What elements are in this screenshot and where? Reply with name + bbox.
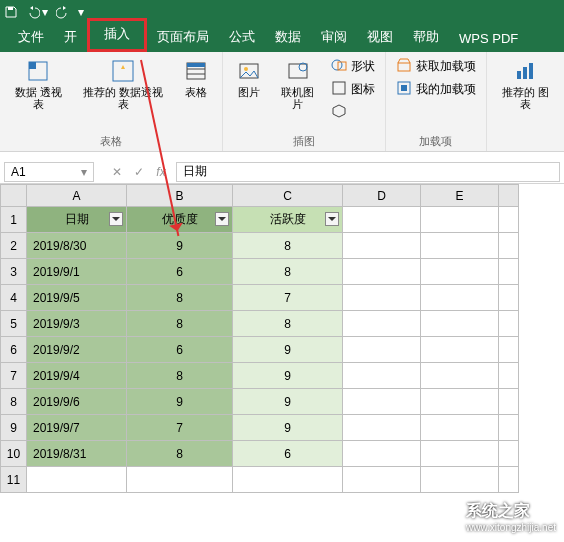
threed-button[interactable] — [327, 102, 379, 123]
tab-layout[interactable]: 页面布局 — [147, 22, 219, 52]
cell-C3[interactable]: 8 — [233, 259, 343, 285]
name-box[interactable]: A1 ▾ — [4, 162, 94, 182]
cell-D7[interactable] — [343, 363, 421, 389]
row-header-2[interactable]: 2 — [1, 233, 27, 259]
cell-B1[interactable]: 优质度 — [127, 207, 233, 233]
formula-input[interactable]: 日期 — [176, 162, 560, 182]
cell-B7[interactable]: 8 — [127, 363, 233, 389]
cell-B5[interactable]: 8 — [127, 311, 233, 337]
undo-button[interactable]: ▾ — [26, 5, 48, 19]
shapes-button[interactable]: 形状 — [327, 56, 379, 77]
cell-C4[interactable]: 7 — [233, 285, 343, 311]
col-header-A[interactable]: A — [27, 185, 127, 207]
cell-F5[interactable] — [499, 311, 519, 337]
tab-insert[interactable]: 插入 — [87, 18, 147, 52]
cell-F8[interactable] — [499, 389, 519, 415]
fx-button[interactable]: fx — [150, 165, 172, 179]
cell-F10[interactable] — [499, 441, 519, 467]
row-header-9[interactable]: 9 — [1, 415, 27, 441]
picture-button[interactable]: 图片 — [229, 56, 269, 123]
cell-C9[interactable]: 9 — [233, 415, 343, 441]
row-header-1[interactable]: 1 — [1, 207, 27, 233]
tab-home[interactable]: 开 — [54, 22, 87, 52]
filter-dropdown[interactable] — [215, 212, 229, 226]
cell-E1[interactable] — [421, 207, 499, 233]
cell-E11[interactable] — [421, 467, 499, 493]
row-header-5[interactable]: 5 — [1, 311, 27, 337]
cell-C2[interactable]: 8 — [233, 233, 343, 259]
cell-A11[interactable] — [27, 467, 127, 493]
pivot-table-button[interactable]: 数据 透视表 — [6, 56, 71, 112]
cell-C5[interactable]: 8 — [233, 311, 343, 337]
cell-C11[interactable] — [233, 467, 343, 493]
save-button[interactable] — [4, 5, 18, 19]
cell-F7[interactable] — [499, 363, 519, 389]
my-addins-button[interactable]: 我的加载项 — [392, 79, 480, 100]
tab-data[interactable]: 数据 — [265, 22, 311, 52]
cell-E10[interactable] — [421, 441, 499, 467]
cell-E3[interactable] — [421, 259, 499, 285]
cell-F1[interactable] — [499, 207, 519, 233]
cell-F6[interactable] — [499, 337, 519, 363]
cell-D10[interactable] — [343, 441, 421, 467]
cell-C10[interactable]: 6 — [233, 441, 343, 467]
cell-F3[interactable] — [499, 259, 519, 285]
cell-E5[interactable] — [421, 311, 499, 337]
cell-B6[interactable]: 6 — [127, 337, 233, 363]
row-header-4[interactable]: 4 — [1, 285, 27, 311]
cell-A3[interactable]: 2019/9/1 — [27, 259, 127, 285]
row-header-7[interactable]: 7 — [1, 363, 27, 389]
cell-C6[interactable]: 9 — [233, 337, 343, 363]
cell-B11[interactable] — [127, 467, 233, 493]
cell-E4[interactable] — [421, 285, 499, 311]
customize-qat[interactable]: ▾ — [78, 5, 84, 19]
row-header-8[interactable]: 8 — [1, 389, 27, 415]
row-header-10[interactable]: 10 — [1, 441, 27, 467]
cell-A10[interactable]: 2019/8/31 — [27, 441, 127, 467]
cell-E6[interactable] — [421, 337, 499, 363]
grid[interactable]: A B C D E 1 日期 优质度 活跃度 22019/8/309832019… — [0, 184, 519, 493]
cell-F11[interactable] — [499, 467, 519, 493]
cell-B8[interactable]: 9 — [127, 389, 233, 415]
tab-file[interactable]: 文件 — [8, 22, 54, 52]
cell-F9[interactable] — [499, 415, 519, 441]
row-header-3[interactable]: 3 — [1, 259, 27, 285]
cell-A1[interactable]: 日期 — [27, 207, 127, 233]
cell-A5[interactable]: 2019/9/3 — [27, 311, 127, 337]
cell-F4[interactable] — [499, 285, 519, 311]
row-header-6[interactable]: 6 — [1, 337, 27, 363]
cell-B3[interactable]: 6 — [127, 259, 233, 285]
icons-button[interactable]: 图标 — [327, 79, 379, 100]
cell-D3[interactable] — [343, 259, 421, 285]
cell-D9[interactable] — [343, 415, 421, 441]
cell-D5[interactable] — [343, 311, 421, 337]
recommended-charts-button[interactable]: 推荐的 图表 — [493, 56, 558, 112]
get-addins-button[interactable]: 获取加载项 — [392, 56, 480, 77]
tab-help[interactable]: 帮助 — [403, 22, 449, 52]
cell-E9[interactable] — [421, 415, 499, 441]
cell-B4[interactable]: 8 — [127, 285, 233, 311]
cell-A2[interactable]: 2019/8/30 — [27, 233, 127, 259]
redo-button[interactable] — [56, 5, 70, 19]
cell-B10[interactable]: 8 — [127, 441, 233, 467]
select-all-corner[interactable] — [1, 185, 27, 207]
cell-D11[interactable] — [343, 467, 421, 493]
cell-B9[interactable]: 7 — [127, 415, 233, 441]
cell-D1[interactable] — [343, 207, 421, 233]
cell-E7[interactable] — [421, 363, 499, 389]
cell-E8[interactable] — [421, 389, 499, 415]
tab-wps-pdf[interactable]: WPS PDF — [449, 25, 528, 52]
col-header-B[interactable]: B — [127, 185, 233, 207]
tab-formulas[interactable]: 公式 — [219, 22, 265, 52]
cell-A6[interactable]: 2019/9/2 — [27, 337, 127, 363]
enter-formula-button[interactable]: ✓ — [128, 165, 150, 179]
cell-D2[interactable] — [343, 233, 421, 259]
col-header-F[interactable] — [499, 185, 519, 207]
cell-E2[interactable] — [421, 233, 499, 259]
col-header-D[interactable]: D — [343, 185, 421, 207]
col-header-C[interactable]: C — [233, 185, 343, 207]
tab-view[interactable]: 视图 — [357, 22, 403, 52]
table-button[interactable]: 表格 — [176, 56, 216, 112]
online-picture-button[interactable]: 联机图片 — [273, 56, 323, 123]
filter-dropdown[interactable] — [109, 212, 123, 226]
